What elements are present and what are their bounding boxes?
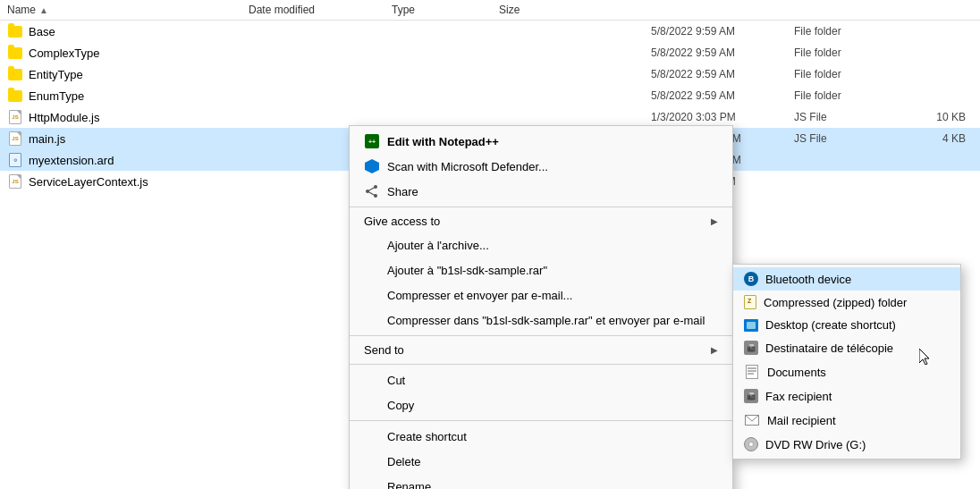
menu-item-scan-defender[interactable]: Scan with Microsoft Defender...: [350, 154, 732, 179]
sendto-item-documents[interactable]: Documents: [733, 359, 960, 384]
menu-label: Cut: [387, 374, 405, 387]
sendto-label: Mail recipient: [767, 414, 836, 427]
menu-label: Share: [387, 185, 418, 198]
col-type-label: Type: [392, 4, 415, 16]
menu-item-rename[interactable]: Rename: [350, 474, 732, 489]
sendto-item-mail[interactable]: Mail recipient: [733, 408, 960, 433]
file-type: JS File: [794, 111, 901, 123]
menu-label: Copy: [387, 399, 414, 412]
file-type: JS File: [794, 132, 901, 145]
menu-separator: [350, 364, 732, 365]
file-icon-wrapper: [7, 24, 23, 38]
js-icon: JS: [9, 131, 21, 146]
sendto-item-bluetooth[interactable]: BBluetooth device: [733, 267, 960, 291]
folder-icon: [8, 90, 22, 102]
menu-item-share[interactable]: Share: [350, 179, 732, 204]
file-icon-wrapper: [7, 67, 23, 81]
menu-label: Edit with Notepad++: [387, 135, 499, 148]
menu-item-compress-email[interactable]: Compresser et envoyer par e-mail...: [350, 282, 732, 308]
file-icon-wrapper: JS: [7, 174, 23, 189]
header-date[interactable]: Date modified: [249, 4, 392, 16]
menu-label: Create shortcut: [387, 430, 467, 443]
sendto-item-fax-recipient[interactable]: 📠Fax recipient: [733, 384, 960, 408]
file-name: EnumType: [29, 89, 651, 103]
sendto-label: DVD RW Drive (G:): [765, 438, 866, 451]
file-type: File folder: [794, 89, 901, 102]
file-row[interactable]: EntityType 5/8/2022 9:59 AM File folder: [0, 63, 980, 85]
svg-line-4: [368, 191, 376, 196]
menu-item-edit-notepad[interactable]: Edit with Notepad++: [350, 129, 732, 154]
sendto-label: Bluetooth device: [765, 273, 851, 286]
menu-label: Scan with Microsoft Defender...: [387, 160, 548, 173]
file-icon-wrapper: [7, 46, 23, 60]
menu-item-cut[interactable]: Cut: [350, 367, 732, 392]
submenu-arrow: ▶: [711, 216, 718, 226]
file-row[interactable]: EnumType 5/8/2022 9:59 AM File folder: [0, 85, 980, 106]
sort-arrow: ▲: [39, 5, 48, 15]
header-type[interactable]: Type: [392, 4, 499, 16]
mail-icon: [744, 412, 760, 428]
svg-line-3: [368, 187, 376, 191]
col-date-label: Date modified: [249, 4, 315, 16]
file-date: 1/3/2020 3:03 PM: [651, 111, 794, 123]
menu-item-add-rar[interactable]: Ajouter à "b1sl-sdk-sample.rar": [350, 257, 732, 282]
menu-item-give-access[interactable]: Give access to ▶: [350, 210, 732, 232]
desktop-icon: [744, 319, 758, 332]
folder-icon: [8, 26, 22, 38]
menu-label: Give access to: [364, 215, 440, 228]
file-icon-wrapper: JS: [7, 110, 23, 124]
folder-icon: [8, 69, 22, 80]
file-date: 5/8/2022 9:59 AM: [651, 46, 794, 59]
menu-separator: [350, 335, 732, 336]
file-icon-wrapper: JS: [7, 131, 23, 146]
sendto-label: Compressed (zipped) folder: [764, 296, 907, 309]
menu-icon-placeholder: [364, 453, 380, 469]
sendto-item-fax[interactable]: 📠Destinataire de télécopie: [733, 336, 960, 359]
sendto-label: Fax recipient: [765, 390, 832, 403]
sendto-label: Desktop (create shortcut): [765, 318, 896, 332]
file-row[interactable]: Base 5/8/2022 9:59 AM File folder: [0, 21, 980, 42]
header-size[interactable]: Size: [499, 4, 570, 16]
menu-separator: [350, 207, 732, 207]
menu-icon-placeholder: [364, 262, 380, 278]
menu-separator: [350, 420, 732, 421]
ard-icon: ⚙: [9, 153, 21, 167]
menu-item-add-archive[interactable]: Ajouter à l'archive...: [350, 232, 732, 257]
file-row[interactable]: ComplexType 5/8/2022 9:59 AM File folder: [0, 42, 980, 63]
menu-label: Delete: [387, 455, 421, 468]
menu-icon-placeholder: [364, 478, 380, 489]
file-size: 10 KB: [901, 111, 973, 123]
js-icon: JS: [9, 110, 21, 124]
folder-icon: [8, 47, 22, 59]
dvd-icon: [744, 437, 758, 451]
file-type: File folder: [794, 25, 901, 38]
submenu-arrow: ▶: [711, 345, 718, 355]
fax-icon: 📠: [744, 341, 758, 355]
menu-label: Compresser dans "b1sl-sdk-sample.rar" et…: [387, 314, 705, 327]
sendto-item-desktop[interactable]: Desktop (create shortcut): [733, 314, 960, 336]
file-icon-wrapper: [7, 89, 23, 103]
menu-icon-placeholder: [364, 372, 380, 388]
context-menu: Edit with Notepad++Scan with Microsoft D…: [349, 125, 733, 489]
doc-icon: [744, 364, 760, 380]
fax-icon: 📠: [744, 389, 758, 403]
file-name: ComplexType: [29, 46, 651, 60]
menu-item-delete[interactable]: Delete: [350, 449, 732, 474]
sendto-item-compressed-folder[interactable]: Compressed (zipped) folder: [733, 291, 960, 314]
zip-icon: [744, 295, 756, 309]
menu-icon-placeholder: [364, 237, 380, 253]
file-type: File folder: [794, 68, 901, 80]
menu-item-copy[interactable]: Copy: [350, 392, 732, 417]
menu-item-send-to[interactable]: Send to ▶: [350, 339, 732, 361]
file-list-header: Name ▲ Date modified Type Size: [0, 0, 980, 21]
share-icon: [364, 183, 380, 199]
defender-icon: [364, 158, 380, 174]
col-name-label: Name: [7, 4, 36, 16]
header-name[interactable]: Name ▲: [7, 4, 249, 16]
menu-item-create-shortcut[interactable]: Create shortcut: [350, 424, 732, 449]
sendto-item-dvd[interactable]: DVD RW Drive (G:): [733, 433, 960, 456]
send-to-submenu: BBluetooth deviceCompressed (zipped) fol…: [732, 264, 961, 459]
menu-label: Ajouter à l'archive...: [387, 239, 489, 252]
menu-item-compress-rar-email[interactable]: Compresser dans "b1sl-sdk-sample.rar" et…: [350, 308, 732, 333]
menu-icon-placeholder: [364, 397, 380, 413]
